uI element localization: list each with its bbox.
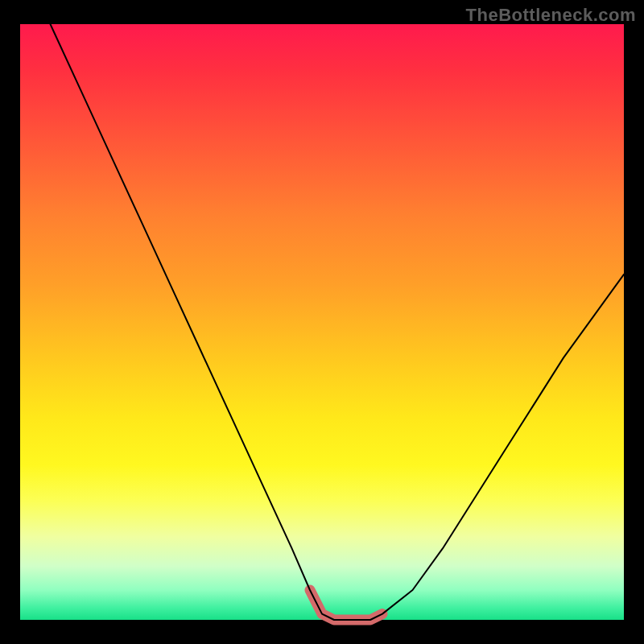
watermark-text: TheBottleneck.com bbox=[466, 5, 636, 26]
optimal-zone-highlight bbox=[310, 590, 382, 620]
chart-frame: TheBottleneck.com bbox=[0, 0, 644, 644]
bottleneck-curve-line bbox=[51, 24, 625, 620]
chart-svg bbox=[20, 24, 624, 620]
plot-background-gradient bbox=[20, 24, 624, 620]
